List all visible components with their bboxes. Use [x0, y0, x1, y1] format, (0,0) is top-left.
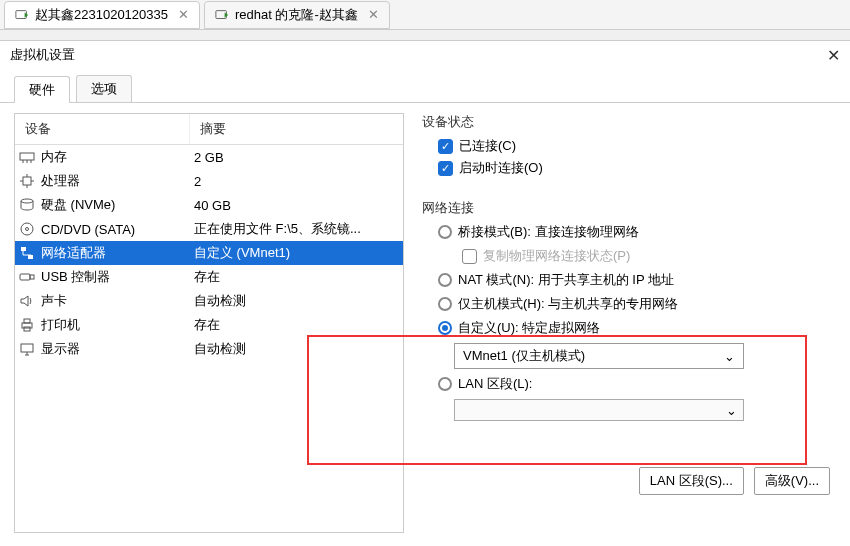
hardware-row[interactable]: USB 控制器存在: [15, 265, 403, 289]
col-summary: 摘要: [190, 114, 403, 144]
dialog-header: 虚拟机设置 ✕: [0, 41, 850, 69]
usb-icon: [19, 269, 35, 285]
col-device: 设备: [15, 114, 190, 144]
nat-label: NAT 模式(N): 用于共享主机的 IP 地址: [458, 271, 674, 289]
vm-settings-dialog: 虚拟机设置 ✕ 硬件 选项 设备 摘要 内存2 GB处理器2硬盘 (NVMe)4…: [0, 40, 850, 546]
hardware-row[interactable]: 声卡自动检测: [15, 289, 403, 313]
svg-rect-16: [21, 247, 26, 251]
vm-icon: [15, 8, 29, 22]
hardware-row[interactable]: 内存2 GB: [15, 145, 403, 169]
svg-rect-8: [23, 177, 31, 185]
device-name: CD/DVD (SATA): [41, 222, 135, 237]
network-connection-label: 网络连接: [422, 199, 836, 217]
device-name: 打印机: [41, 316, 80, 334]
tab-options[interactable]: 选项: [76, 75, 132, 102]
tab-hardware[interactable]: 硬件: [14, 76, 70, 103]
close-icon[interactable]: ✕: [178, 7, 189, 22]
device-summary: 2: [194, 174, 399, 189]
hardware-list: 设备 摘要 内存2 GB处理器2硬盘 (NVMe)40 GBCD/DVD (SA…: [14, 113, 404, 533]
net-icon: [19, 245, 35, 261]
cd-icon: [19, 221, 35, 237]
connected-label: 已连接(C): [459, 137, 516, 155]
svg-point-13: [21, 199, 33, 203]
hardware-row[interactable]: CD/DVD (SATA)正在使用文件 F:\5、系统镜...: [15, 217, 403, 241]
chevron-down-icon: ⌄: [724, 349, 735, 364]
svg-rect-18: [20, 274, 30, 280]
bridged-label: 桥接模式(B): 直接连接物理网络: [458, 223, 639, 241]
device-name: USB 控制器: [41, 268, 110, 286]
device-status-label: 设备状态: [422, 113, 836, 131]
nat-radio[interactable]: [438, 273, 452, 287]
device-detail-panel: 设备状态 ✓ 已连接(C) ✓ 启动时连接(O) 网络连接 桥接模式(B): 直…: [422, 113, 836, 533]
device-name: 处理器: [41, 172, 80, 190]
hardware-row[interactable]: 打印机存在: [15, 313, 403, 337]
device-summary: 自动检测: [194, 340, 399, 358]
app-tab-1[interactable]: 赵其鑫2231020120335 ✕: [4, 1, 200, 29]
app-tab-label: 赵其鑫2231020120335: [35, 6, 168, 24]
replicate-label: 复制物理网络连接状态(P): [483, 247, 630, 265]
device-name: 网络适配器: [41, 244, 106, 262]
hardware-row[interactable]: 网络适配器自定义 (VMnet1): [15, 241, 403, 265]
svg-rect-4: [20, 153, 34, 160]
custom-radio[interactable]: [438, 321, 452, 335]
replicate-checkbox: [462, 249, 477, 264]
device-summary: 自定义 (VMnet1): [194, 244, 399, 262]
column-headers: 设备 摘要: [15, 114, 403, 145]
device-summary: 正在使用文件 F:\5、系统镜...: [194, 220, 399, 238]
lan-segment-select: ⌄: [454, 399, 744, 421]
connect-at-poweron-label: 启动时连接(O): [459, 159, 543, 177]
vm-icon: [215, 8, 229, 22]
svg-rect-21: [24, 319, 30, 323]
device-name: 内存: [41, 148, 67, 166]
custom-label: 自定义(U): 特定虚拟网络: [458, 319, 600, 337]
hardware-row[interactable]: 显示器自动检测: [15, 337, 403, 361]
memory-icon: [19, 149, 35, 165]
custom-network-select[interactable]: VMnet1 (仅主机模式) ⌄: [454, 343, 744, 369]
connect-at-poweron-checkbox[interactable]: ✓: [438, 161, 453, 176]
hardware-row[interactable]: 处理器2: [15, 169, 403, 193]
device-summary: 自动检测: [194, 292, 399, 310]
disk-icon: [19, 197, 35, 213]
device-summary: 2 GB: [194, 150, 399, 165]
hardware-row[interactable]: 硬盘 (NVMe)40 GB: [15, 193, 403, 217]
device-name: 显示器: [41, 340, 80, 358]
close-icon[interactable]: ✕: [827, 46, 840, 65]
svg-rect-17: [28, 255, 33, 259]
device-summary: 40 GB: [194, 198, 399, 213]
app-tab-2[interactable]: redhat 的克隆-赵其鑫 ✕: [204, 1, 390, 29]
host-only-label: 仅主机模式(H): 与主机共享的专用网络: [458, 295, 678, 313]
svg-point-14: [21, 223, 33, 235]
app-tab-label: redhat 的克隆-赵其鑫: [235, 6, 358, 24]
close-icon[interactable]: ✕: [368, 7, 379, 22]
top-tab-strip: 赵其鑫2231020120335 ✕ redhat 的克隆-赵其鑫 ✕: [0, 0, 850, 30]
sound-icon: [19, 293, 35, 309]
connected-checkbox[interactable]: ✓: [438, 139, 453, 154]
lan-segment-label: LAN 区段(L):: [458, 375, 532, 393]
chevron-down-icon: ⌄: [726, 403, 737, 418]
settings-tabs: 硬件 选项: [0, 69, 850, 103]
advanced-button[interactable]: 高级(V)...: [754, 467, 830, 495]
svg-rect-19: [30, 275, 34, 279]
printer-icon: [19, 317, 35, 333]
dialog-title: 虚拟机设置: [10, 46, 75, 64]
display-icon: [19, 341, 35, 357]
custom-network-value: VMnet1 (仅主机模式): [463, 347, 585, 365]
lan-segment-radio[interactable]: [438, 377, 452, 391]
cpu-icon: [19, 173, 35, 189]
bridged-radio[interactable]: [438, 225, 452, 239]
svg-rect-23: [21, 344, 33, 352]
svg-point-15: [26, 228, 29, 231]
device-summary: 存在: [194, 316, 399, 334]
host-only-radio[interactable]: [438, 297, 452, 311]
device-name: 声卡: [41, 292, 67, 310]
lan-segments-button[interactable]: LAN 区段(S)...: [639, 467, 744, 495]
device-name: 硬盘 (NVMe): [41, 196, 115, 214]
device-summary: 存在: [194, 268, 399, 286]
